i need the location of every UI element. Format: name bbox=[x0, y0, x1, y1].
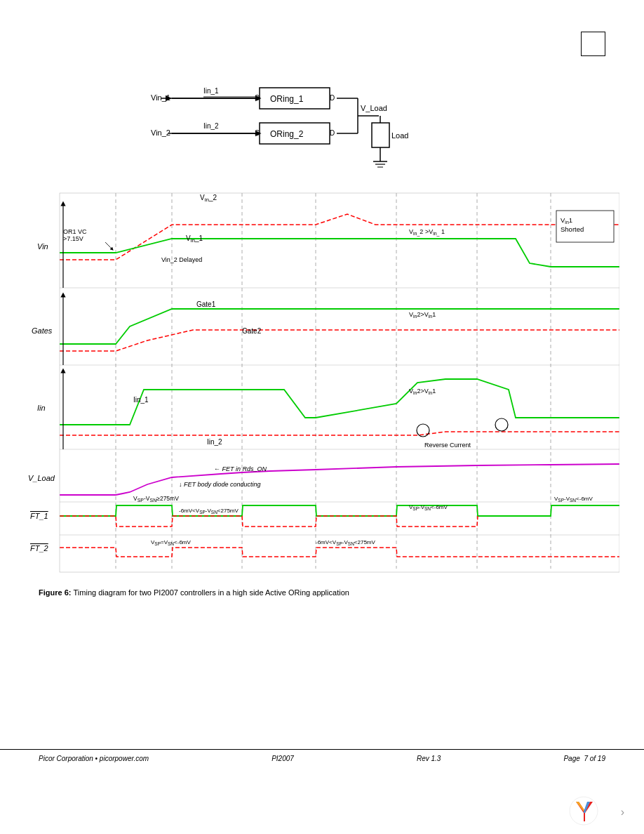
svg-text:D: D bbox=[330, 129, 335, 137]
svg-text:ORing_1: ORing_1 bbox=[270, 94, 304, 104]
svg-rect-30 bbox=[25, 186, 619, 579]
svg-text:← FET in Rds_ON: ← FET in Rds_ON bbox=[214, 465, 267, 472]
picor-logo-icon bbox=[569, 796, 598, 826]
svg-text:Iin_1: Iin_1 bbox=[133, 396, 149, 404]
svg-text:↓ FET body diode conducting: ↓ FET body diode conducting bbox=[179, 481, 261, 488]
figure-text: Timing diagram for two PI2007 controller… bbox=[74, 588, 349, 597]
svg-text:Vin_1: Vin_1 bbox=[151, 93, 170, 102]
svg-text:Vin2>Vin1: Vin2>Vin1 bbox=[409, 388, 436, 395]
footer-company: Picor Corporation • picorpower.com bbox=[39, 755, 149, 762]
svg-text:Gate1: Gate1 bbox=[196, 300, 216, 308]
footer-partnumber: PI2007 bbox=[271, 755, 294, 762]
svg-text:Iin_1: Iin_1 bbox=[203, 87, 219, 95]
svg-text:Load: Load bbox=[391, 131, 408, 140]
svg-text:Gates: Gates bbox=[32, 326, 53, 335]
footer-revision: Rev 1.3 bbox=[417, 755, 441, 762]
footer: Picor Corporation • picorpower.com PI200… bbox=[0, 749, 644, 767]
svg-text:Vin: Vin bbox=[37, 242, 48, 251]
svg-text:V_Load: V_Load bbox=[361, 104, 387, 112]
svg-text:V_Load: V_Load bbox=[28, 474, 55, 482]
svg-text:OR1 VC: OR1 VC bbox=[63, 228, 87, 235]
waveform-diagram: Vin Gates Iin V_Load FT_1 FT_2 Vin_2 Vin… bbox=[25, 186, 619, 579]
svg-text:Vin_2: Vin_2 bbox=[151, 128, 170, 137]
page-border-box bbox=[581, 32, 605, 56]
svg-text:FT_1: FT_1 bbox=[30, 512, 48, 520]
svg-text:Vin_2 Delayed: Vin_2 Delayed bbox=[161, 256, 202, 263]
svg-text:Iin: Iin bbox=[37, 404, 46, 412]
svg-text:-6mV<VSP-VSN<275mV: -6mV<VSP-VSN<275mV bbox=[316, 539, 376, 546]
svg-text:FT_2: FT_2 bbox=[30, 544, 48, 552]
svg-text:Iin_2: Iin_2 bbox=[207, 438, 222, 446]
footer-page: Page 7 of 19 bbox=[563, 755, 605, 762]
svg-text:Shorted: Shorted bbox=[561, 225, 584, 233]
svg-rect-21 bbox=[372, 123, 389, 147]
nav-arrow[interactable]: › bbox=[621, 806, 624, 819]
figure-label: Figure 6: bbox=[39, 588, 74, 597]
svg-text:Vin2>Vin1: Vin2>Vin1 bbox=[409, 311, 436, 319]
svg-text:Reverse Current: Reverse Current bbox=[424, 442, 471, 449]
svg-text:ORing_2: ORing_2 bbox=[270, 129, 304, 139]
logo-area bbox=[569, 796, 598, 826]
svg-text:Iin_2: Iin_2 bbox=[203, 122, 219, 130]
svg-text:Gate2: Gate2 bbox=[242, 327, 262, 335]
svg-text:>7.15V: >7.15V bbox=[63, 235, 83, 242]
circuit-diagram: Vin_1 Iin_1 ORing_1 S D Vin_2 Iin_2 ORin… bbox=[140, 60, 505, 183]
figure-caption: Figure 6: Timing diagram for two PI2007 … bbox=[39, 588, 349, 597]
svg-text:D: D bbox=[330, 94, 335, 102]
svg-text:-6mV<VSP-VSN<275mV: -6mV<VSP-VSN<275mV bbox=[179, 508, 239, 515]
